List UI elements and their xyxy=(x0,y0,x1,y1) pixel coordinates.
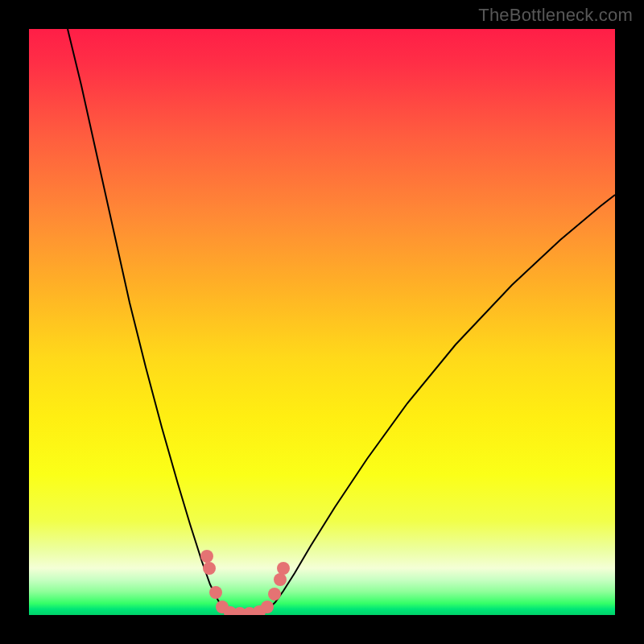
trough-marker xyxy=(274,573,287,586)
watermark-text: TheBottleneck.com xyxy=(478,5,633,26)
trough-markers xyxy=(200,550,290,615)
trough-marker xyxy=(268,588,281,601)
trough-marker xyxy=(277,562,290,575)
trough-marker xyxy=(200,550,213,563)
trough-marker xyxy=(209,586,222,599)
chart-frame: TheBottleneck.com xyxy=(0,0,644,644)
plot-area xyxy=(29,29,615,615)
trough-marker xyxy=(261,601,274,613)
curve-left-branch xyxy=(68,29,230,613)
trough-marker xyxy=(203,562,216,575)
curve-right-branch xyxy=(262,195,615,613)
bottleneck-curve xyxy=(29,29,615,615)
